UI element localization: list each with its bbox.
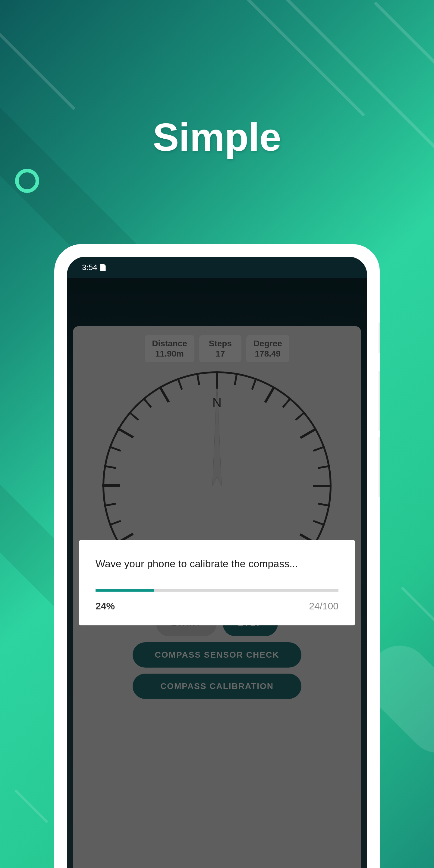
bg-decoration: [0, 0, 76, 110]
phone-volume-up: [378, 371, 380, 431]
progress-bar: [96, 589, 338, 592]
bg-decoration: [15, 169, 39, 193]
modal-message: Wave your phone to calibrate the compass…: [96, 557, 338, 571]
phone-screen: 3:54 Distance 11.90m Steps: [67, 257, 367, 868]
phone-frame: 3:54 Distance 11.90m Steps: [54, 244, 380, 868]
modal-overlay: Wave your phone to calibrate the compass…: [67, 278, 367, 868]
page-title: Simple: [153, 115, 281, 160]
progress-percent: 24%: [96, 601, 115, 612]
calibration-modal: Wave your phone to calibrate the compass…: [79, 540, 355, 625]
bg-decoration: [374, 1, 434, 89]
progress-fill: [96, 589, 154, 592]
sd-card-icon: [100, 264, 106, 271]
status-bar: 3:54: [67, 257, 367, 278]
progress-count: 24/100: [309, 601, 338, 612]
app-body: Distance 11.90m Steps 17 Degree 178.49: [67, 278, 367, 868]
bg-decoration: [14, 789, 48, 823]
bg-decoration: [193, 0, 365, 116]
phone-power-button: [378, 322, 380, 352]
phone-volume-down: [378, 437, 380, 497]
bg-decoration: [401, 587, 434, 631]
status-time: 3:54: [82, 263, 97, 272]
